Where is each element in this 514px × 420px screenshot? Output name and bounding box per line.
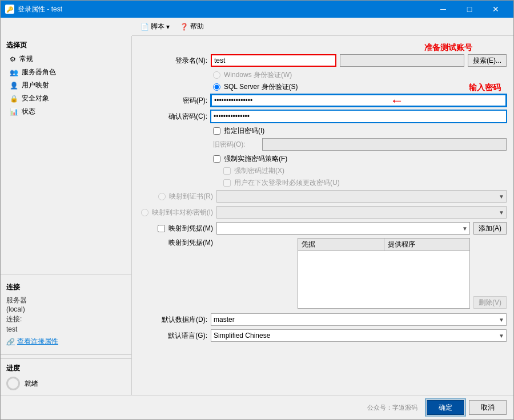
old-password-input[interactable] <box>262 138 507 151</box>
connect-value: test <box>6 325 17 333</box>
cred-col-cred: 凭据 <box>298 239 384 251</box>
minimize-button[interactable]: ─ <box>430 1 456 18</box>
prepare-test-annotation: 准备测试账号 <box>139 43 472 53</box>
sql-auth-row: SQL Server 身份验证(S) <box>139 82 507 92</box>
view-link-text: 查看连接属性 <box>17 337 58 346</box>
maximize-button[interactable]: □ <box>456 1 483 18</box>
cred-col-provider: 提供程序 <box>384 239 470 251</box>
password-input[interactable] <box>211 94 507 107</box>
progress-section: 进度 就绪 <box>1 358 131 395</box>
confirm-password-row: 确认密码(C): <box>139 110 507 123</box>
default-db-select-wrapper: master ▼ <box>211 313 507 326</box>
window-icon: 🔑 <box>5 5 14 14</box>
title-bar: 🔑 登录属性 - test ─ □ ✕ <box>1 1 513 18</box>
enforce-expiry-label: 强制密码过期(X) <box>234 166 284 176</box>
credential-table: 凭据 提供程序 <box>298 238 470 309</box>
default-lang-select-wrapper: Simplified Chinese ▼ <box>211 329 507 342</box>
progress-status: 就绪 <box>6 377 126 390</box>
enforce-expiry-checkbox[interactable] <box>223 167 231 175</box>
gear-icon: ⚙ <box>10 55 16 63</box>
default-db-label: 默认数据库(D): <box>139 315 207 325</box>
arrow-icon: ← <box>390 92 404 108</box>
password-label: 密码(P): <box>139 96 207 106</box>
windows-auth-label: Windows 身份验证(W) <box>224 70 292 80</box>
sidebar-title: 选择页 <box>1 36 131 52</box>
connection-title: 连接 <box>6 282 126 292</box>
must-change-checkbox[interactable] <box>223 179 231 187</box>
map-cred-checkbox[interactable] <box>158 225 165 232</box>
watermark: 公众号：字道源码 <box>367 403 417 412</box>
title-buttons: ─ □ ✕ <box>430 1 509 18</box>
server-value: (local) <box>6 305 25 313</box>
login-name-label: 登录名(N): <box>139 56 207 66</box>
old-password-label: 旧密码(O): <box>213 140 259 150</box>
add-button[interactable]: 添加(A) <box>473 222 507 235</box>
map-cert-radio <box>158 193 166 200</box>
link-icon: 🔗 <box>6 338 15 346</box>
cred-table-header: 凭据 提供程序 <box>298 239 469 251</box>
map-cred-select-wrapper: ▼ <box>216 222 470 235</box>
progress-title: 进度 <box>6 364 126 373</box>
confirm-password-input[interactable] <box>211 110 507 123</box>
default-db-select[interactable]: master <box>211 313 507 326</box>
enforce-expiry-row: 强制密码过期(X) <box>139 166 507 176</box>
sql-auth-radio[interactable] <box>213 83 220 91</box>
login-name-input[interactable] <box>211 54 336 67</box>
confirm-password-label: 确认密码(C): <box>139 112 207 122</box>
map-cert-select-wrapper: ▼ <box>216 190 507 203</box>
login-name-row: 登录名(N): 搜索(E)... <box>139 54 507 67</box>
sidebar-item-general[interactable]: ⚙ 常规 <box>1 52 131 66</box>
script-dropdown-icon: ▾ <box>166 23 170 31</box>
default-lang-select[interactable]: Simplified Chinese <box>211 329 507 342</box>
map-cert-label: 映射到证书(R) <box>169 192 213 201</box>
default-lang-row: 默认语言(G): Simplified Chinese ▼ <box>139 329 507 342</box>
map-asym-select[interactable] <box>216 206 507 219</box>
sidebar-item-label: 服务器角色 <box>22 67 56 77</box>
sidebar-item-label: 状态 <box>22 107 35 116</box>
sidebar-item-label: 安全对象 <box>22 94 49 103</box>
password-row: 密码(P): 输入密码 ← <box>139 94 507 107</box>
enforce-policy-row: 强制实施密码策略(F) <box>139 154 507 164</box>
credential-table-row: 映射到凭据(M) 凭据 提供程序 删除(V) <box>139 238 507 309</box>
login-name-right-input[interactable] <box>340 54 464 67</box>
map-asym-radio <box>141 209 148 216</box>
default-db-row: 默认数据库(D): master ▼ <box>139 313 507 326</box>
map-cert-select[interactable] <box>216 190 507 203</box>
enforce-policy-label: 强制实施密码策略(F) <box>224 154 287 164</box>
sidebar-divider <box>1 274 131 274</box>
search-button[interactable]: 搜索(E)... <box>468 54 507 67</box>
ok-button[interactable]: 确定 <box>427 400 464 415</box>
right-panel: 准备测试账号 登录名(N): 搜索(E)... Windows 身份验证(W) … <box>132 36 513 395</box>
default-lang-label: 默认语言(G): <box>139 331 207 341</box>
map-cred-label: 映射到凭据(M) <box>168 224 213 233</box>
close-button[interactable]: ✕ <box>483 1 509 18</box>
title-bar-left: 🔑 登录属性 - test <box>5 5 62 14</box>
specify-old-pwd-checkbox[interactable] <box>213 127 220 135</box>
map-asym-label: 映射到非对称密钥(I) <box>152 208 213 217</box>
delete-button[interactable]: 删除(V) <box>473 296 507 309</box>
status-icon: 📊 <box>10 108 18 116</box>
map-cred-row: 映射到凭据(M) ▼ 添加(A) <box>139 222 507 235</box>
sql-auth-label: SQL Server 身份验证(S) <box>224 82 298 92</box>
map-cred-select[interactable] <box>216 222 470 235</box>
sidebar-item-status[interactable]: 📊 状态 <box>1 105 131 118</box>
cancel-button[interactable]: 取消 <box>469 400 507 415</box>
script-button[interactable]: 📄 脚本 ▾ <box>136 20 174 33</box>
progress-status-text: 就绪 <box>25 379 38 389</box>
window-title: 登录属性 - test <box>18 5 62 14</box>
server-row: 服务器 (local) <box>6 296 126 313</box>
enforce-policy-checkbox[interactable] <box>213 155 220 163</box>
help-button[interactable]: ❓ 帮助 <box>176 20 208 33</box>
sidebar-item-server-roles[interactable]: 👥 服务器角色 <box>1 66 131 79</box>
view-connection-link[interactable]: 🔗 查看连接属性 <box>6 337 126 346</box>
connect-label: 连接: <box>6 315 22 323</box>
server-label: 服务器 <box>6 296 27 304</box>
connection-section: 连接 服务器 (local) 连接: test 🔗 查看连接属性 <box>1 278 131 351</box>
map-asym-row: 映射到非对称密钥(I) ▼ <box>139 206 507 219</box>
specify-old-pwd-label: 指定旧密码(I) <box>224 126 264 136</box>
windows-auth-radio[interactable] <box>213 71 220 79</box>
sidebar-item-security-obj[interactable]: 🔒 安全对象 <box>1 92 131 105</box>
sidebar-item-user-mapping[interactable]: 👤 用户映射 <box>1 79 131 92</box>
sidebar: 选择页 ⚙ 常规 👥 服务器角色 👤 用户映射 🔒 安全对象 📊 状态 <box>1 36 132 395</box>
user-icon: 👤 <box>10 82 18 90</box>
